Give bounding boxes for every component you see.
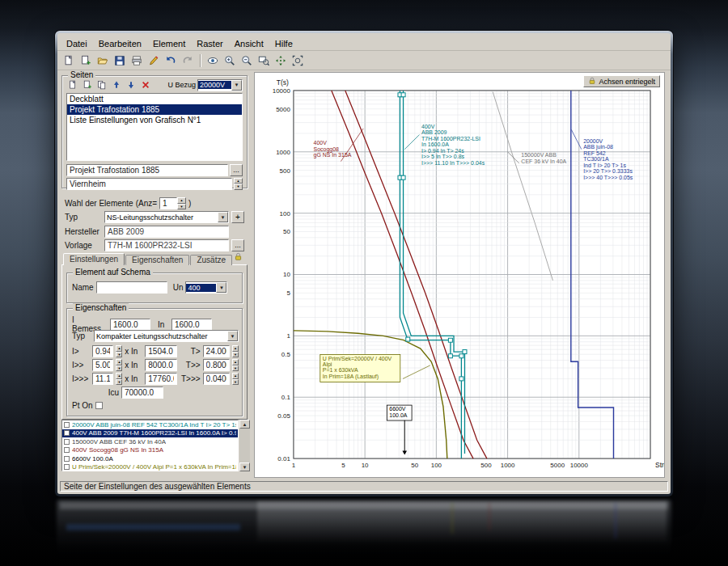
- element-checkbox[interactable]: [64, 430, 70, 436]
- page-insert-button[interactable]: [81, 79, 94, 91]
- zoom-window-button[interactable]: [256, 53, 272, 68]
- menu-element[interactable]: Element: [149, 38, 189, 49]
- add-element-button[interactable]: +: [231, 211, 244, 223]
- element-checkbox[interactable]: [64, 447, 70, 453]
- menu-ansicht[interactable]: Ansicht: [231, 38, 268, 49]
- pages-list-item[interactable]: Deckblatt: [67, 94, 242, 104]
- spin-down-button[interactable]: [234, 184, 243, 190]
- tab-einstellungen[interactable]: Einstellungen: [63, 253, 125, 265]
- element-list-item[interactable]: 20000V ABB juin-08 REF 542 TC300/1A Ind …: [62, 420, 238, 429]
- icu-input[interactable]: [121, 386, 163, 399]
- threshold-time-input[interactable]: [203, 373, 231, 385]
- threshold-time-input[interactable]: [203, 359, 231, 371]
- in-input[interactable]: [171, 319, 212, 331]
- threshold-factor-input[interactable]: [92, 359, 113, 371]
- element-name-input[interactable]: [96, 281, 167, 294]
- element-checkbox[interactable]: [64, 422, 70, 428]
- print-button[interactable]: [129, 53, 145, 68]
- pages-list[interactable]: DeckblattProjekt Trafostation 1885Liste …: [66, 93, 243, 161]
- element-list-item[interactable]: U Prim/Sek=20000V / 400V Alpi P=1 x 630k…: [62, 463, 238, 472]
- selection-handle[interactable]: [448, 338, 452, 342]
- selection-handle[interactable]: [448, 354, 452, 358]
- selection-handle[interactable]: [459, 354, 463, 358]
- vorlage-more-button[interactable]: ...: [231, 239, 244, 251]
- project-title-input[interactable]: [66, 164, 228, 176]
- spin-down-button[interactable]: [116, 352, 122, 358]
- page-new-button[interactable]: [61, 53, 77, 68]
- eye-button[interactable]: [205, 53, 221, 68]
- page-insert-button[interactable]: [78, 53, 94, 68]
- menu-bearbeiten[interactable]: Bearbeiten: [95, 38, 146, 49]
- page-copy-button[interactable]: [95, 79, 108, 91]
- element-list-item[interactable]: 150000V ABB CEF 36 kV In 40A: [62, 437, 238, 446]
- ibemess-input[interactable]: [110, 319, 150, 331]
- delete-button[interactable]: [139, 79, 152, 91]
- spin-down-button[interactable]: [177, 204, 186, 210]
- undo-button[interactable]: [163, 53, 179, 68]
- project-more-button[interactable]: ...: [230, 164, 243, 176]
- element-list-item[interactable]: 400V ABB 2009 T7H-M 1600PR232-LSI In 160…: [62, 429, 238, 438]
- pages-list-item[interactable]: Projekt Trafostation 1885: [67, 104, 242, 115]
- menu-datei[interactable]: Datei: [62, 38, 91, 49]
- zoom-out-button[interactable]: [239, 53, 255, 68]
- project-city-input[interactable]: [66, 178, 232, 190]
- spin-up-button[interactable]: [177, 197, 186, 204]
- element-checkbox[interactable]: [64, 464, 70, 470]
- element-checkbox[interactable]: [64, 456, 70, 462]
- tab-zusätze[interactable]: Zusätze: [190, 255, 232, 265]
- move-up-button[interactable]: [110, 79, 123, 91]
- zoom-in-button[interactable]: [222, 53, 238, 68]
- time-current-chart[interactable]: 1510501005001000500010000100005000100050…: [255, 74, 664, 477]
- save-button[interactable]: [112, 53, 128, 68]
- tab-eigenschaften[interactable]: Eigenschaften: [125, 255, 189, 265]
- spin-up-button[interactable]: [232, 359, 239, 365]
- element-checkbox[interactable]: [64, 439, 70, 445]
- scroll-up-button[interactable]: [239, 420, 250, 429]
- threshold-time-input[interactable]: [203, 345, 231, 357]
- selection-handle[interactable]: [459, 377, 463, 381]
- spin-up-button[interactable]: [232, 373, 239, 379]
- spin-up-button[interactable]: [232, 345, 239, 352]
- dropdown-arrow-icon[interactable]: [227, 331, 238, 341]
- scroll-down-button[interactable]: [239, 463, 250, 471]
- threshold-factor-input[interactable]: [92, 345, 113, 357]
- spin-down-button[interactable]: [232, 352, 239, 358]
- u-bezug-combo[interactable]: 20000V: [197, 79, 243, 91]
- anz-input[interactable]: [159, 197, 177, 209]
- spin-up-button[interactable]: [234, 178, 243, 184]
- dropdown-arrow-icon[interactable]: [216, 282, 226, 293]
- threshold-factor-input[interactable]: [92, 373, 113, 385]
- threshold-current-input[interactable]: [145, 345, 176, 357]
- dropdown-arrow-icon[interactable]: [218, 212, 228, 222]
- spin-up-button[interactable]: [116, 345, 122, 352]
- page-new-button[interactable]: [66, 79, 79, 91]
- redo-button[interactable]: [180, 53, 196, 68]
- element-list-scrollbar[interactable]: [239, 420, 250, 471]
- menu-raster[interactable]: Raster: [193, 38, 226, 49]
- threshold-current-input[interactable]: [145, 359, 176, 371]
- move-down-button[interactable]: [125, 79, 138, 91]
- pan-arrows-button[interactable]: [273, 53, 289, 68]
- breaker-typ-combo[interactable]: Kompakter Leitungsschutzschalter: [94, 330, 239, 342]
- spin-up-button[interactable]: [116, 373, 122, 379]
- spin-down-button[interactable]: [116, 379, 122, 386]
- element-list-item[interactable]: 6600V 100.0A: [62, 454, 238, 463]
- selection-handle[interactable]: [463, 350, 467, 354]
- threshold-current-input[interactable]: [145, 373, 176, 385]
- typ-combo[interactable]: NS-Leitungsschutzschalter: [104, 211, 229, 223]
- edit-pen-button[interactable]: [146, 53, 162, 68]
- pages-list-item[interactable]: Liste Einstellungen von Grafisch N°1: [67, 115, 242, 125]
- element-list[interactable]: 20000V ABB juin-08 REF 542 TC300/1A Ind …: [61, 420, 239, 471]
- element-list-item[interactable]: 400V Socogg08 gG NS In 315A: [62, 446, 238, 455]
- spin-down-button[interactable]: [232, 365, 239, 372]
- open-folder-button[interactable]: [95, 53, 111, 68]
- axes-lock-button[interactable]: Achsen entriegelt: [583, 75, 660, 87]
- selection-handle[interactable]: [406, 337, 410, 341]
- spin-down-button[interactable]: [116, 365, 122, 372]
- spin-down-button[interactable]: [232, 379, 239, 386]
- selection-handle[interactable]: [401, 93, 405, 97]
- un-combo[interactable]: 400: [185, 281, 227, 294]
- menu-hilfe[interactable]: Hilfe: [271, 38, 297, 49]
- dropdown-arrow-icon[interactable]: [231, 80, 242, 91]
- spin-up-button[interactable]: [116, 359, 122, 365]
